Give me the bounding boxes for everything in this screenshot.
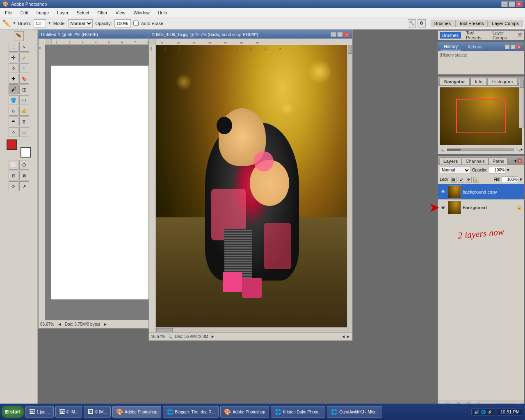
history-tab[interactable]: History [441, 43, 461, 50]
blend-mode-select[interactable]: Normal Multiply Screen [440, 167, 470, 174]
photo-minimize[interactable]: – [331, 32, 336, 37]
maximize-button[interactable]: □ [509, 1, 515, 7]
histogram-tab[interactable]: Histogram [488, 78, 517, 85]
image-ready-btn[interactable]: ⟳ [9, 181, 18, 191]
stamp-tool[interactable]: 🔖 [19, 74, 29, 84]
pen-tool[interactable]: ✒ [9, 116, 18, 126]
crop-tool[interactable]: ⊹ [9, 63, 18, 73]
taskbar-item-ps[interactable]: 🎨 Adobe Photoshop [112, 406, 161, 418]
zoom-in-icon[interactable]: 🔍+ [516, 148, 523, 152]
auto-erase-checkbox[interactable] [133, 21, 139, 26]
photo-nav-icon[interactable]: 🔍 [167, 334, 172, 339]
fullscreen-btn[interactable]: ⊟ [9, 171, 18, 180]
clock-display[interactable]: 10:51 PM [497, 408, 523, 415]
actions-tab[interactable]: Actions [464, 43, 486, 50]
opacity-input[interactable] [114, 19, 131, 27]
fill-tool[interactable]: 🪣 [9, 95, 18, 105]
bg-copy-visibility-eye[interactable]: 👁 [440, 189, 446, 195]
tray-icon-2[interactable]: 🌐 [481, 410, 486, 414]
mode-select[interactable]: Normal Multiply Screen [68, 19, 93, 27]
layers-close[interactable]: ✕ [517, 158, 522, 163]
untitled-nav-prev[interactable]: ◄ [57, 322, 62, 326]
history-close[interactable]: ✕ [516, 44, 521, 49]
photo-vscroll-thumb[interactable] [348, 46, 352, 54]
fill-arrow[interactable]: ▾ [520, 177, 522, 182]
lock-transparent-btn[interactable]: ▩ [451, 177, 457, 183]
path-tool[interactable]: ◇ [9, 127, 18, 137]
lock-position-btn[interactable]: ✛ [466, 177, 472, 183]
move-tool[interactable]: ✛ [9, 52, 18, 62]
taskbar-item-qanda[interactable]: 🌐 QandAwithKJ - Micr... [327, 406, 382, 418]
info-tab[interactable]: Info [470, 78, 487, 85]
photo-hscroll-thumb[interactable] [156, 328, 173, 332]
fill-input-layers[interactable] [502, 176, 518, 183]
menu-file[interactable]: File [2, 9, 16, 16]
paths-tab[interactable]: Paths [489, 158, 508, 164]
lasso-tool[interactable]: ⤷ [19, 42, 29, 52]
menu-view[interactable]: View [112, 9, 129, 16]
dodge-tool[interactable]: ☼ [9, 106, 18, 116]
photo-scroll-left[interactable]: ◄ [341, 334, 345, 339]
lock-all-btn[interactable]: 🔒 [473, 177, 479, 183]
start-button[interactable]: ⊞ start [2, 406, 24, 418]
burn-tool[interactable]: ✍ [19, 106, 29, 116]
taskbar-item-kristen[interactable]: 🌐 Kristen Duke Photo... [271, 406, 326, 418]
taskbar-item-1jpg[interactable]: 🖼 1.jpg ... [25, 406, 54, 418]
taskbar-item-im2[interactable]: 🖼 © IM... [84, 406, 111, 418]
menu-edit[interactable]: Edit [17, 9, 32, 16]
bg-visibility-eye[interactable]: 👁 [440, 204, 446, 211]
close-button[interactable]: ✕ [516, 1, 523, 7]
channels-tab[interactable]: Channels [462, 158, 488, 164]
background-copy-layer[interactable]: 👁 background copy [438, 184, 524, 200]
brush-tool[interactable]: 🖌 [9, 84, 18, 94]
tool-options-icon-btn[interactable]: ⚙ [418, 19, 426, 27]
photo-hscroll[interactable] [156, 327, 347, 332]
brushes-shortcut-btn[interactable]: Brushes [431, 20, 454, 27]
fullscreen-btn-2[interactable]: ⊠ [19, 171, 29, 180]
menu-window[interactable]: Window [130, 9, 153, 16]
tray-icon-1[interactable]: 🔊 [474, 410, 479, 414]
layers-scroll-thumb[interactable] [520, 80, 524, 88]
navigator-tab[interactable]: Navigator [440, 78, 470, 85]
magic-wand[interactable]: 🪄 [19, 52, 29, 62]
layer-comps-tab[interactable]: Layer Comps [490, 30, 516, 41]
taskbar-item-ps2[interactable]: 🎨 Adobe Photoshop [220, 406, 269, 418]
history-minimize[interactable]: – [505, 44, 510, 49]
menu-help[interactable]: Help [155, 9, 171, 16]
text-tool[interactable]: T [19, 116, 29, 126]
zoom-out-icon[interactable]: 🔍- [439, 148, 445, 152]
untitled-nav-next[interactable]: ► [103, 322, 107, 326]
quickmask-mode[interactable]: ⬡ [19, 160, 29, 170]
background-color-swatch-2[interactable] [21, 147, 31, 158]
layers-tab[interactable]: Layers [440, 158, 461, 164]
history-maximize[interactable]: □ [511, 44, 516, 49]
menu-filter[interactable]: Filter [94, 9, 110, 16]
blur-tool[interactable]: ◌ [19, 95, 29, 105]
standard-mode[interactable]: ⬜ [9, 160, 18, 170]
brush-size-input[interactable] [34, 19, 46, 27]
eyedropper-tool[interactable]: 💉 [19, 63, 29, 73]
jump-btn[interactable]: ↗ [19, 181, 29, 191]
menu-image[interactable]: Image [33, 9, 52, 16]
photo-close[interactable]: ✕ [344, 32, 349, 37]
tray-icon-3[interactable]: ⚡ [487, 410, 492, 414]
tool-presets-shortcut-btn[interactable]: Tool Presets [455, 20, 488, 27]
photo-maximize[interactable]: □ [337, 32, 343, 37]
menu-layer[interactable]: Layer [54, 9, 72, 16]
tool-presets-tab[interactable]: Tool Presets [463, 30, 487, 41]
opacity-arrow[interactable]: ▾ [507, 167, 509, 173]
heal-tool[interactable]: ✚ [9, 74, 18, 84]
fg-color-box[interactable] [7, 139, 17, 150]
opacity-input-layers[interactable] [489, 167, 505, 173]
marquee-tool[interactable]: ⬚ [9, 42, 18, 52]
nav-thumb-box[interactable] [456, 99, 506, 133]
zoom-slider[interactable] [447, 148, 514, 151]
eraser-tool[interactable]: ◫ [19, 84, 29, 94]
taskbar-item-blogger[interactable]: 🌐 Blogger: The Idea R... [163, 406, 219, 418]
minimize-button[interactable]: – [501, 1, 508, 7]
feather-tool[interactable]: 🪶 [14, 31, 24, 41]
brushes-tab[interactable]: Brushes [440, 32, 461, 39]
menu-select[interactable]: Select [73, 9, 93, 16]
panel-expand-btn[interactable]: ▾ [518, 33, 522, 37]
layers-scrollbar[interactable] [519, 79, 524, 128]
